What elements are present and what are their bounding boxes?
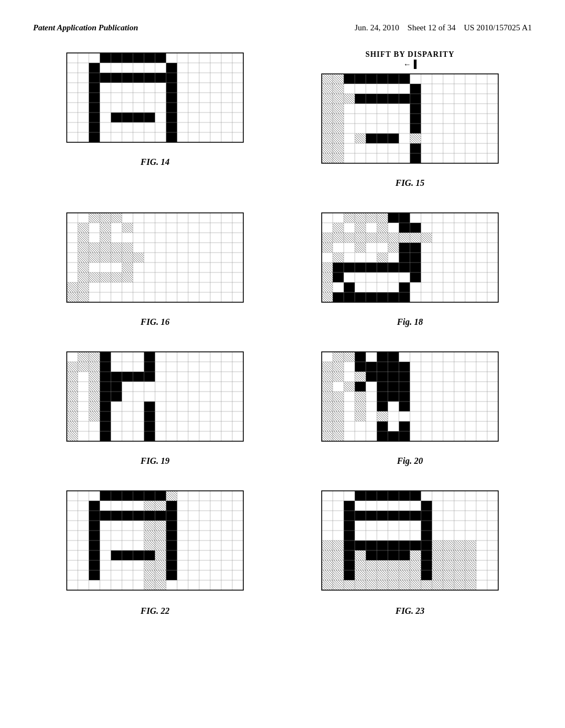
row-2: FIG. 16 Fig. 18 bbox=[33, 210, 532, 327]
header-publication: Patent Application Publication bbox=[33, 22, 138, 34]
page-container: Patent Application Publication Jun. 24, … bbox=[0, 0, 565, 728]
figure-19-label: FIG. 19 bbox=[141, 456, 169, 466]
figure-20-block: Fig. 20 bbox=[319, 349, 501, 466]
figure-23-canvas bbox=[319, 488, 501, 598]
figure-18-label: Fig. 18 bbox=[397, 317, 423, 327]
figure-15-label: FIG. 15 bbox=[396, 178, 424, 188]
shift-label-text: SHIFT BY DISPARITY bbox=[365, 50, 455, 59]
header-patent: US 2010/157025 A1 bbox=[464, 23, 532, 32]
figure-16-canvas bbox=[64, 210, 246, 309]
figure-19-block: FIG. 19 bbox=[64, 349, 246, 466]
figure-15-block: FIG. 15 bbox=[319, 71, 501, 188]
figure-18-canvas bbox=[319, 210, 501, 309]
header-info: Jun. 24, 2010 Sheet 12 of 34 US 2010/157… bbox=[355, 22, 532, 34]
figure-20-canvas bbox=[319, 349, 501, 448]
figures-area: FIG. 14 SHIFT BY DISPARITY ←▐ FIG. 15 FI… bbox=[33, 50, 532, 616]
shift-label-area: SHIFT BY DISPARITY ←▐ bbox=[365, 50, 455, 69]
publication-text: Patent Application Publication bbox=[33, 23, 138, 32]
figure-22-label: FIG. 22 bbox=[141, 606, 169, 616]
figure-22-canvas bbox=[64, 488, 246, 598]
figure-18-block: Fig. 18 bbox=[319, 210, 501, 327]
figure-16-block: FIG. 16 bbox=[64, 210, 246, 327]
figure-14-label: FIG. 14 bbox=[141, 157, 169, 167]
row-1: FIG. 14 SHIFT BY DISPARITY ←▐ FIG. 15 bbox=[33, 50, 532, 188]
page-header: Patent Application Publication Jun. 24, … bbox=[33, 22, 532, 34]
figure-15-canvas bbox=[319, 71, 501, 170]
figure-19-canvas bbox=[64, 349, 246, 448]
figure-16-label: FIG. 16 bbox=[141, 317, 169, 327]
shift-arrow: ←▐ bbox=[403, 60, 417, 69]
figure-22-block: FIG. 22 bbox=[64, 488, 246, 616]
row-3: FIG. 19 Fig. 20 bbox=[33, 349, 532, 466]
figure-14-canvas bbox=[64, 50, 246, 149]
fig15-col: SHIFT BY DISPARITY ←▐ FIG. 15 bbox=[319, 50, 501, 188]
row-4: FIG. 22 FIG. 23 bbox=[33, 488, 532, 616]
figure-23-label: FIG. 23 bbox=[396, 606, 424, 616]
header-date: Jun. 24, 2010 bbox=[355, 23, 399, 32]
figure-14-block: FIG. 14 bbox=[64, 50, 246, 167]
header-sheet: Sheet 12 of 34 bbox=[408, 23, 456, 32]
figure-20-label: Fig. 20 bbox=[397, 456, 423, 466]
figure-23-block: FIG. 23 bbox=[319, 488, 501, 616]
